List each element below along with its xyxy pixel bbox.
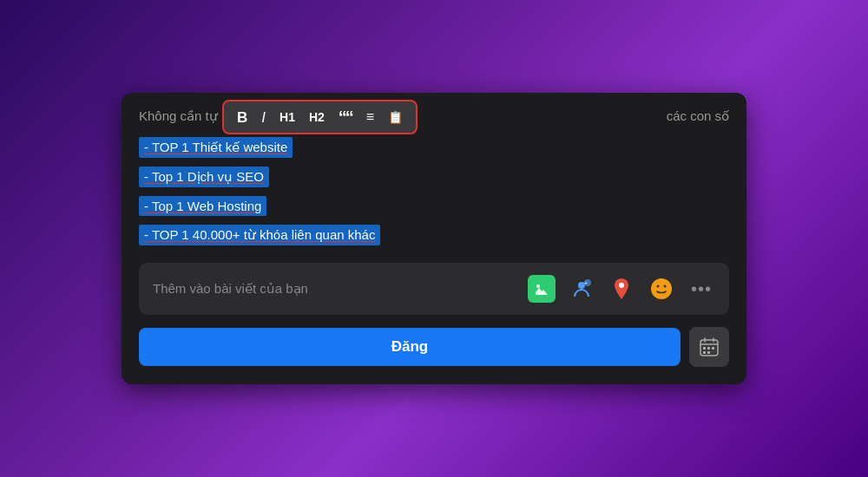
formatting-toolbar: B I H1 H2 ““ ≡ 📋 — [222, 100, 418, 134]
hint-text-right: các con số — [667, 107, 729, 124]
content-area: - TOP 1 Thiết kế website - Top 1 Dịch vụ… — [139, 137, 729, 251]
bold-button[interactable]: B — [233, 108, 252, 127]
modal: Không cần tự B I H1 H2 ““ ≡ 📋 các con số… — [122, 93, 746, 384]
svg-point-8 — [664, 285, 667, 288]
location-icon[interactable] — [608, 275, 635, 303]
list-ul-button[interactable]: ≡ — [362, 108, 378, 126]
svg-rect-14 — [707, 347, 710, 350]
bottom-row: Đăng — [139, 327, 729, 367]
svg-rect-15 — [712, 347, 714, 350]
list-item-row-2: - Top 1 Dịch vụ SEO — [139, 167, 729, 193]
svg-point-1 — [536, 284, 540, 288]
svg-rect-17 — [707, 351, 710, 354]
svg-text:+: + — [584, 280, 588, 286]
svg-point-7 — [657, 285, 660, 288]
modal-body: Không cần tự B I H1 H2 ““ ≡ 📋 các con số… — [122, 93, 746, 384]
media-icons: + — [528, 275, 715, 303]
photo-icon[interactable] — [528, 275, 556, 303]
post-button[interactable]: Đăng — [139, 328, 681, 366]
svg-rect-16 — [703, 351, 706, 354]
more-icon[interactable]: ••• — [687, 275, 715, 303]
list-item-2: - Top 1 Dịch vụ SEO — [139, 167, 269, 187]
svg-point-5 — [619, 283, 624, 288]
h1-button[interactable]: H1 — [275, 109, 299, 125]
list-item-row-4: - TOP 1 40.000+ từ khóa liên quan khác — [139, 225, 729, 251]
top-row: Không cần tự B I H1 H2 ““ ≡ 📋 các con số — [139, 107, 729, 125]
list-item-3: - Top 1 Web Hosting — [139, 196, 266, 216]
emoji-icon[interactable] — [648, 275, 675, 303]
list-item-1: - TOP 1 Thiết kế website — [139, 137, 293, 158]
list-ol-button[interactable]: 📋 — [384, 109, 407, 125]
svg-point-6 — [651, 278, 672, 299]
add-media-label: Thêm vào bài viết của bạn — [153, 281, 308, 297]
list-item-row-1: - TOP 1 Thiết kế website — [139, 137, 729, 163]
add-media-bar: Thêm vào bài viết của bạn — [139, 263, 729, 315]
h2-button[interactable]: H2 — [305, 109, 329, 125]
person-icon[interactable]: + — [568, 275, 595, 303]
italic-button[interactable]: I — [257, 108, 270, 127]
list-item-row-3: - Top 1 Web Hosting — [139, 196, 729, 221]
list-item-4: - TOP 1 40.000+ từ khóa liên quan khác — [139, 225, 380, 245]
calendar-button[interactable] — [689, 327, 729, 367]
svg-rect-13 — [703, 347, 706, 350]
quote-button[interactable]: ““ — [334, 107, 357, 127]
